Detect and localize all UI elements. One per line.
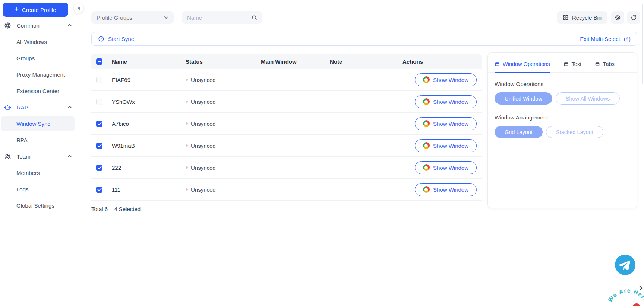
status-text: Unsynced [191,165,216,171]
sidebar-group-common[interactable]: Common [0,17,79,34]
recycle-bin-label: Recycle Bin [572,15,602,21]
sidebar-group-rap[interactable]: RAP [0,99,79,115]
table-row: W91maB Unsynced Show Window [91,135,482,157]
name-search [182,11,262,24]
table-row: YShOWx Unsynced Show Window [91,91,482,113]
column-header-name: Name [112,58,186,65]
sidebar-item-global-settings[interactable]: Global Settings [0,197,79,214]
show-window-button[interactable]: Show Window [415,161,477,174]
profile-name: YShOWx [112,99,186,105]
exit-multi-select-label: Exit Multi-Select [580,36,620,42]
show-all-windows-button[interactable]: Show All Windows [556,92,620,105]
table-footer: Total 6 4 Selected [91,201,482,217]
window-icon [564,61,569,67]
grid-layout-button[interactable]: Grid Layout [495,126,543,138]
profile-groups-dropdown[interactable]: Profile Groups [91,11,174,24]
sidebar-item-window-sync[interactable]: Window Sync [0,115,79,132]
show-window-button[interactable]: Show Window [415,139,477,152]
table-row: 111 Unsynced Show Window [91,179,482,201]
status-text: Unsynced [191,77,216,83]
telegram-circle [615,255,635,275]
sidebar-item-members[interactable]: Members [0,165,79,181]
table-row: A7bico Unsynced Show Window [91,113,482,135]
exit-multi-select-button[interactable]: Exit Multi-Select (4) [580,36,631,42]
create-profile-button[interactable]: + Create Profile [3,3,68,17]
table-row: EIAF69 Unsynced Show Window [91,69,482,91]
chrome-icon [423,120,430,127]
profiles-table: Name Status Main Window Note Actions EIA… [91,54,482,217]
sidebar-group-label: RAP [17,104,67,111]
show-window-button[interactable]: Show Window [415,117,477,130]
window-operations-panel: Window Operations Text Tabs Window Opera… [487,52,637,208]
name-search-input[interactable] [187,15,251,21]
row-checkbox[interactable] [96,143,102,149]
settings-button[interactable] [611,11,624,24]
chrome-icon [423,186,430,193]
window-icon [595,61,600,67]
notification-badge [632,303,641,306]
column-header-actions: Actions [402,58,482,65]
select-all-checkbox[interactable] [96,58,102,65]
profile-name: 111 [112,187,186,193]
sidebar-item-rpa[interactable]: RPA [0,132,79,148]
sidebar-item-groups[interactable]: Groups [0,50,79,66]
sidebar-item-proxy-management[interactable]: Proxy Management [0,66,79,83]
svg-text:We Are Here: We Are Here [607,287,644,303]
sidebar-group-label: Common [17,22,67,29]
tab-text[interactable]: Text [564,61,582,72]
profile-groups-label: Profile Groups [97,15,132,21]
tab-tabs[interactable]: Tabs [595,61,615,72]
collapse-left-icon [78,6,80,10]
row-checkbox[interactable] [96,77,102,83]
profile-name: A7bico [112,121,186,127]
row-checkbox[interactable] [96,165,102,171]
status-dot [186,79,188,81]
we-are-here-badge: We Are Here 1 [604,283,644,306]
show-window-button[interactable]: Show Window [415,183,477,196]
grid-icon [563,15,569,20]
profile-name: W91maB [112,143,186,149]
sidebar-group-team[interactable]: Team [0,148,79,165]
chrome-icon [423,76,430,83]
telegram-button[interactable] [615,255,635,275]
status-text: Unsynced [191,121,216,127]
section-title-window-operations: Window Operations [495,81,630,87]
sidebar-item-logs[interactable]: Logs [0,181,79,197]
status-dot [186,122,188,125]
sidebar-group-label: Team [17,153,67,160]
refresh-button[interactable] [627,11,640,24]
tab-window-operations[interactable]: Window Operations [495,61,550,72]
row-checkbox[interactable] [96,187,102,193]
status-dot [186,144,188,147]
stacked-layout-button[interactable]: Stacked Layout [546,126,603,138]
sidebar-item-all-windows[interactable]: All Windows [0,34,79,50]
status-dot [186,101,188,103]
recycle-bin-button[interactable]: Recycle Bin [557,11,607,24]
sync-toolbar: Start Sync Exit Multi-Select (4) [91,32,637,46]
selected-count: (4) [624,36,631,42]
edge-expand-chevron[interactable] [639,285,643,291]
play-circle-icon [98,36,104,42]
row-checkbox[interactable] [96,121,102,127]
sidebar-collapse-button[interactable] [74,3,83,13]
start-sync-label: Start Sync [108,36,134,42]
create-profile-label: Create Profile [22,7,56,13]
scrollbar-thumb[interactable] [642,4,643,84]
row-checkbox[interactable] [96,99,102,105]
refresh-icon [631,15,637,21]
chrome-icon [423,98,430,105]
unified-window-button[interactable]: Unified Window [495,92,552,105]
status-dot [186,166,188,169]
show-window-button[interactable]: Show Window [415,95,477,108]
plus-icon: + [15,6,19,13]
panel-tabs: Window Operations Text Tabs [488,53,637,73]
search-icon[interactable] [251,15,258,21]
show-window-button[interactable]: Show Window [415,73,477,86]
globe-icon [4,22,11,29]
start-sync-button[interactable]: Start Sync [98,36,134,42]
sidebar-item-extension-center[interactable]: Extension Center [0,83,79,99]
robot-icon [4,104,11,111]
column-header-main-window: Main Window [261,58,330,65]
chevron-up-icon [67,24,72,27]
table-header: Name Status Main Window Note Actions [91,54,482,69]
